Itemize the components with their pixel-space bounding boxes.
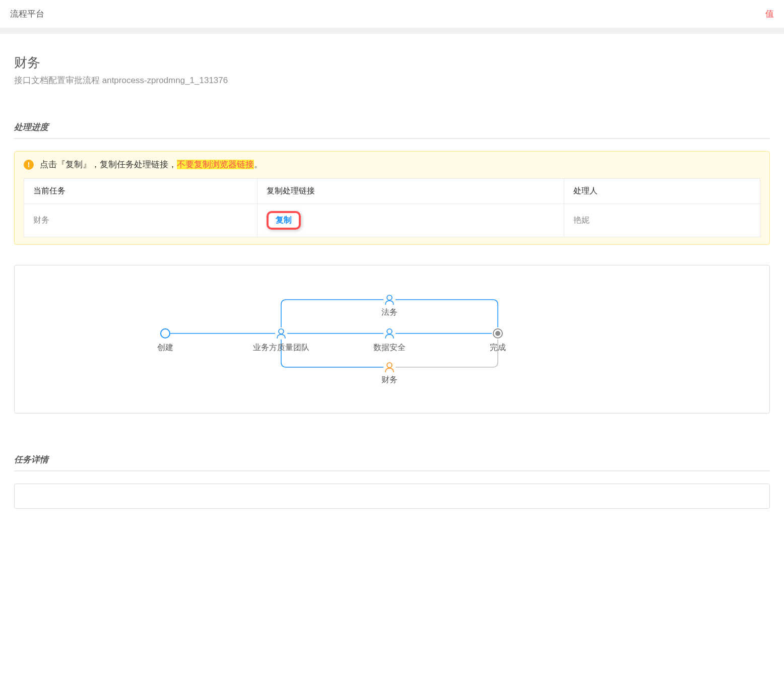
flow-node-datasec-label: 数据安全 — [373, 343, 406, 352]
alert-pre: 点击『复制』，复制任务处理链接， — [40, 160, 177, 169]
flow-node-done-icon — [492, 327, 504, 339]
th-current-task: 当前任务 — [24, 179, 257, 204]
cell-task: 财务 — [24, 204, 257, 237]
flow-node-finance-icon — [383, 361, 396, 373]
section-detail-header: 任务详情 — [14, 454, 770, 471]
alert-box: ! 点击『复制』，复制任务处理链接，不要复制浏览器链接。 当前任务 复制处理链接… — [14, 151, 770, 245]
app-title: 流程平台 — [10, 8, 44, 20]
flow-node-datasec-icon — [383, 327, 396, 339]
th-handler: 处理人 — [564, 179, 760, 204]
svg-point-12 — [495, 331, 500, 336]
page-title: 财务 — [14, 54, 770, 72]
flow-node-create-label: 创建 — [157, 343, 173, 352]
alert-text: 点击『复制』，复制任务处理链接，不要复制浏览器链接。 — [40, 159, 263, 170]
alert-post: 。 — [254, 160, 263, 169]
flow-node-legal-icon — [383, 294, 396, 306]
task-detail-box — [14, 484, 770, 509]
flow-node-done-label: 完成 — [490, 343, 506, 352]
flow-node-create-icon — [161, 329, 170, 338]
alert-highlight: 不要复制浏览器链接 — [177, 160, 254, 169]
divider-strip — [0, 28, 784, 34]
page-subtitle: 接口文档配置审批流程 antprocess-zprodmng_1_131376 — [14, 75, 770, 86]
flow-node-quality-label: 业务方质量团队 — [253, 343, 309, 352]
flow-diagram: 创建 业务方质量团队 法务 数据安全 — [14, 265, 770, 414]
task-table: 当前任务 复制处理链接 处理人 财务 复制 艳妮 — [24, 178, 760, 237]
cell-handler: 艳妮 — [564, 204, 760, 237]
top-right-text: 值 — [765, 8, 774, 20]
th-copy-link: 复制处理链接 — [257, 179, 564, 204]
section-progress-header: 处理进度 — [14, 121, 770, 139]
copy-button[interactable]: 复制 — [276, 216, 292, 224]
copy-button-highlight: 复制 — [267, 211, 301, 230]
warning-icon: ! — [24, 160, 34, 170]
flow-node-legal-label: 法务 — [381, 308, 398, 316]
flow-node-finance-label: 财务 — [381, 375, 398, 384]
table-row: 财务 复制 艳妮 — [24, 204, 760, 237]
flow-node-quality-icon — [275, 327, 287, 339]
